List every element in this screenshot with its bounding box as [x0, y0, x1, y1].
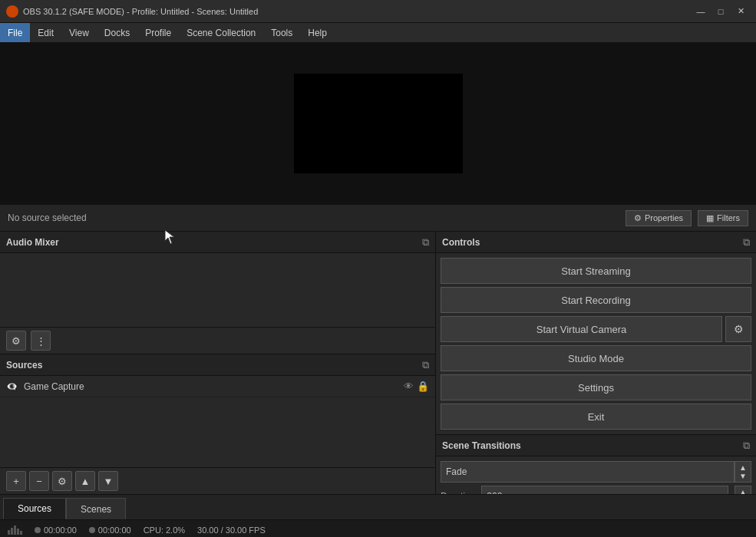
vol-bar-3 — [14, 525, 16, 535]
menu-file[interactable]: File — [0, 23, 30, 42]
menu-view[interactable]: View — [61, 23, 97, 42]
settings-button[interactable]: Settings — [441, 374, 751, 400]
filters-button[interactable]: ▦ Filters — [698, 210, 748, 226]
app-icon — [6, 5, 18, 18]
spinner-up-icon: ▲ — [739, 488, 747, 494]
duration-value-field[interactable]: 300 ms — [481, 486, 728, 494]
audio-mixer-content — [0, 253, 435, 327]
stream-time: 00:00:00 — [44, 525, 77, 535]
menu-scene-collection[interactable]: Scene Collection — [179, 23, 263, 42]
stream-status-dot — [35, 527, 41, 533]
content-area: Audio Mixer ⧉ ⚙ ⋮ Sources — [0, 232, 756, 494]
remove-source-button[interactable]: − — [29, 471, 49, 491]
menu-tools[interactable]: Tools — [263, 23, 300, 42]
rec-time: 00:00:00 — [98, 525, 131, 535]
app-container: OBS 30.1.2 (SAFE MODE) - Profile: Untitl… — [0, 0, 756, 537]
fps-item: 30.00 / 30.00 FPS — [197, 525, 266, 535]
game-capture-icon: 👁‍🗨 — [6, 381, 18, 392]
audio-mixer-panel: Audio Mixer ⧉ ⚙ ⋮ — [0, 232, 435, 354]
exit-button[interactable]: Exit — [441, 404, 751, 430]
cpu-item: CPU: 2.0% — [144, 525, 185, 535]
transition-type-row: Fade ▲ ▼ — [441, 461, 751, 483]
preview-area — [0, 43, 756, 204]
stream-time-item: 00:00:00 — [35, 525, 77, 535]
properties-button[interactable]: ⚙ Properties — [626, 210, 692, 226]
preview-canvas — [294, 74, 463, 173]
menu-docks[interactable]: Docks — [97, 23, 137, 42]
minimize-button[interactable]: — — [692, 4, 710, 19]
virtual-camera-row: Start Virtual Camera ⚙ — [441, 316, 751, 342]
tab-scenes[interactable]: Scenes — [66, 498, 126, 519]
bottom-area: Sources Scenes 00:00:00 00:00:00 CPU: 2.… — [0, 494, 756, 537]
lock-icon[interactable]: 🔒 — [417, 381, 429, 392]
source-settings-button[interactable]: ⚙ — [52, 471, 72, 491]
gear-icon: ⚙ — [12, 335, 21, 347]
virtual-camera-settings-button[interactable]: ⚙ — [725, 316, 751, 342]
spinner-up-icon: ▲ — [739, 463, 747, 472]
scene-transitions-section: Scene Transitions ⧉ Fade ▲ ▼ Duration 30… — [436, 435, 756, 494]
sources-toolbar: + − ⚙ ▲ ▼ — [0, 467, 435, 494]
studio-mode-button[interactable]: Studio Mode — [441, 345, 751, 371]
menu-profile[interactable]: Profile — [137, 23, 179, 42]
vol-bar-2 — [11, 528, 13, 535]
window-controls: — □ ✕ — [692, 4, 750, 19]
duration-row: Duration 300 ms ▲ ▼ — [441, 486, 751, 494]
controls-header: Controls ⧉ — [436, 232, 756, 253]
start-virtual-camera-button[interactable]: Start Virtual Camera — [441, 316, 722, 342]
menu-help[interactable]: Help — [300, 23, 335, 42]
audio-mixer-expand-icon[interactable]: ⧉ — [422, 236, 429, 249]
move-source-up-button[interactable]: ▲ — [75, 471, 95, 491]
vol-bar-1 — [8, 530, 10, 535]
close-button[interactable]: ✕ — [731, 4, 750, 19]
move-source-down-button[interactable]: ▼ — [98, 471, 118, 491]
filter-icon: ▦ — [706, 213, 714, 223]
gear-icon: ⚙ — [734, 323, 744, 335]
cpu-label: CPU: 2.0% — [144, 525, 185, 535]
maximize-button[interactable]: □ — [711, 4, 730, 19]
scene-transitions-header: Scene Transitions ⧉ — [436, 435, 756, 456]
sources-expand-icon[interactable]: ⧉ — [422, 359, 429, 371]
source-list: 👁‍🗨 Game Capture 👁 🔒 — [0, 376, 435, 467]
audio-mixer-title: Audio Mixer — [6, 237, 59, 248]
duration-spinner[interactable]: ▲ ▼ — [735, 486, 751, 494]
more-icon: ⋮ — [36, 335, 46, 347]
source-bar: No source selected ⚙ Properties ▦ Filter… — [0, 204, 756, 232]
menubar: File Edit View Docks Profile Scene Colle… — [0, 23, 756, 43]
sources-title: Sources — [6, 360, 42, 371]
left-panel: Audio Mixer ⧉ ⚙ ⋮ Sources — [0, 232, 436, 494]
gear-icon: ⚙ — [634, 213, 642, 223]
start-recording-button[interactable]: Start Recording — [441, 287, 751, 313]
titlebar: OBS 30.1.2 (SAFE MODE) - Profile: Untitl… — [0, 0, 756, 23]
rec-time-item: 00:00:00 — [89, 525, 131, 535]
sources-panel: Sources ⧉ 👁‍🗨 Game Capture 👁 🔒 + — [0, 354, 435, 494]
volume-bars — [8, 525, 22, 535]
visibility-icon[interactable]: 👁 — [404, 381, 414, 392]
transition-type-select[interactable]: Fade — [441, 461, 735, 483]
vol-bar-4 — [17, 529, 19, 535]
tab-bar: Sources Scenes — [0, 495, 756, 519]
menu-edit[interactable]: Edit — [30, 23, 61, 42]
controls-expand-icon[interactable]: ⧉ — [743, 236, 750, 249]
spinner-down-icon: ▼ — [739, 472, 747, 480]
tab-sources[interactable]: Sources — [3, 498, 66, 519]
fps-label: 30.00 / 30.00 FPS — [197, 525, 266, 535]
sources-header: Sources ⧉ — [0, 354, 435, 376]
source-item-game-capture[interactable]: 👁‍🗨 Game Capture 👁 🔒 — [0, 376, 435, 397]
transition-type-spinner[interactable]: ▲ ▼ — [735, 461, 751, 483]
add-source-button[interactable]: + — [6, 471, 26, 491]
no-source-label: No source selected — [8, 212, 619, 223]
audio-mixer-settings-button[interactable]: ⚙ — [6, 331, 26, 351]
controls-section: Controls ⧉ Start Streaming Start Recordi… — [436, 232, 756, 435]
controls-title: Controls — [442, 237, 480, 248]
source-item-actions: 👁 🔒 — [404, 381, 429, 392]
rec-status-dot — [89, 527, 95, 533]
window-title: OBS 30.1.2 (SAFE MODE) - Profile: Untitl… — [23, 7, 692, 16]
statusbar: 00:00:00 00:00:00 CPU: 2.0% 30.00 / 30.0… — [0, 519, 756, 537]
right-panel: Controls ⧉ Start Streaming Start Recordi… — [436, 232, 756, 494]
audio-mixer-header: Audio Mixer ⧉ — [0, 232, 435, 253]
audio-mixer-toolbar: ⚙ ⋮ — [0, 327, 435, 354]
vol-bar-5 — [20, 531, 22, 535]
scene-transitions-expand-icon[interactable]: ⧉ — [743, 440, 750, 452]
audio-mixer-more-button[interactable]: ⋮ — [31, 331, 51, 351]
start-streaming-button[interactable]: Start Streaming — [441, 258, 751, 284]
